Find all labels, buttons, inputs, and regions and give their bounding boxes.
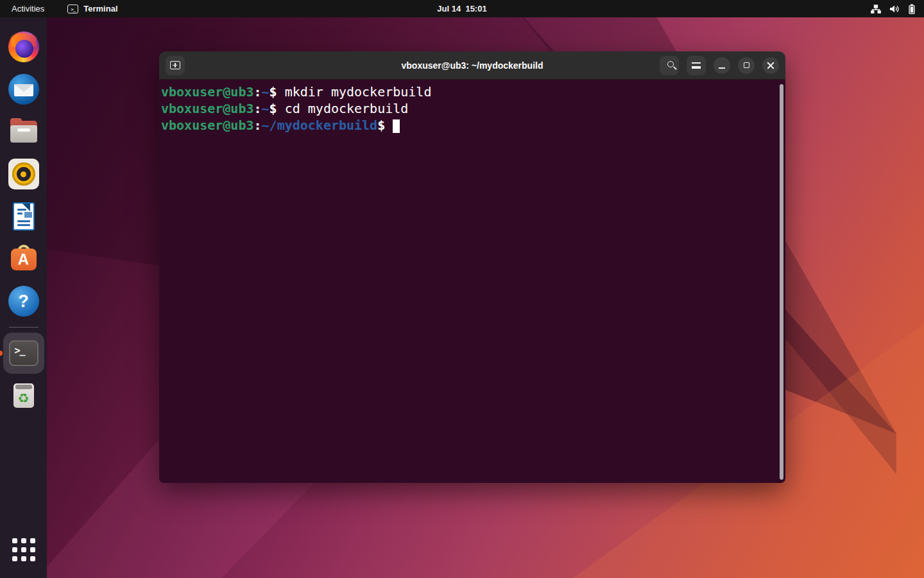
prompt-user-host: vboxuser@ub3 xyxy=(161,84,254,100)
volume-icon xyxy=(889,4,900,13)
dock: A ? >_ ♻ xyxy=(0,17,47,578)
show-applications-icon xyxy=(12,538,35,561)
terminal-line: vboxuser@ub3:~$mkdir mydockerbuild xyxy=(161,83,776,100)
minimize-button[interactable] xyxy=(714,57,730,74)
hamburger-menu-icon xyxy=(692,62,701,69)
command-text: cd mydockerbuild xyxy=(285,101,409,116)
dock-item-firefox[interactable] xyxy=(3,26,44,67)
show-applications-button[interactable] xyxy=(3,529,44,570)
prompt-path: ~ xyxy=(262,101,270,116)
search-button[interactable] xyxy=(660,56,679,75)
thunderbird-icon xyxy=(8,74,39,105)
activities-button[interactable]: Activities xyxy=(12,4,44,13)
focused-app-name: Terminal xyxy=(83,4,117,13)
close-button[interactable] xyxy=(762,57,779,74)
terminal-line: vboxuser@ub3:~$cd mydockerbuild xyxy=(161,100,776,117)
prompt-user-host: vboxuser@ub3 xyxy=(161,118,254,133)
system-status-area[interactable] xyxy=(871,4,924,14)
window-title: vboxuser@ub3: ~/mydockerbuild xyxy=(402,60,543,71)
running-indicator-dot xyxy=(0,351,3,356)
maximize-button[interactable] xyxy=(738,57,755,74)
files-icon xyxy=(8,116,39,147)
terminal-icon: >_ xyxy=(9,340,38,366)
top-bar: Activities >_ Terminal Jul 14 15:01 xyxy=(0,0,924,17)
help-icon: ? xyxy=(8,286,39,317)
close-icon xyxy=(767,62,774,69)
dock-item-ubuntu-software[interactable]: A xyxy=(3,238,44,279)
terminal-cursor xyxy=(393,119,400,133)
firefox-icon xyxy=(8,31,39,62)
terminal-viewport[interactable]: vboxuser@ub3:~$mkdir mydockerbuild vboxu… xyxy=(159,80,785,483)
dock-item-trash[interactable]: ♻ xyxy=(3,375,44,416)
dock-item-terminal[interactable]: >_ xyxy=(3,333,44,374)
libreoffice-writer-icon xyxy=(8,201,39,232)
terminal-line: vboxuser@ub3:~/mydockerbuild$ xyxy=(161,117,776,134)
prompt-user-host: vboxuser@ub3 xyxy=(161,101,254,116)
dock-divider xyxy=(9,327,38,328)
trash-icon: ♻ xyxy=(8,380,39,411)
prompt-path: ~/mydockerbuild xyxy=(262,118,378,133)
new-tab-icon xyxy=(170,61,180,69)
clock-button[interactable]: Jul 14 15:01 xyxy=(437,4,486,13)
ubuntu-software-icon: A xyxy=(8,243,39,274)
terminal-app-icon: >_ xyxy=(67,4,78,13)
new-tab-button[interactable] xyxy=(166,56,185,75)
terminal-scrollbar[interactable] xyxy=(780,84,783,480)
command-text: mkdir mydockerbuild xyxy=(285,84,432,100)
maximize-icon xyxy=(744,62,749,68)
minimize-icon xyxy=(719,67,725,69)
dock-item-files[interactable] xyxy=(3,111,44,152)
terminal-window: vboxuser@ub3: ~/mydockerbuild vboxuser@u… xyxy=(159,51,785,483)
focused-app-menu[interactable]: >_ Terminal xyxy=(67,4,117,13)
terminal-header-bar[interactable]: vboxuser@ub3: ~/mydockerbuild xyxy=(159,51,785,80)
dock-item-libreoffice-writer[interactable] xyxy=(3,196,44,237)
dock-item-help[interactable]: ? xyxy=(3,281,44,322)
dock-item-rhythmbox[interactable] xyxy=(3,153,44,195)
dock-item-thunderbird[interactable] xyxy=(3,69,44,110)
battery-icon xyxy=(909,4,915,14)
network-icon xyxy=(871,4,881,13)
prompt-path: ~ xyxy=(262,84,270,100)
search-icon xyxy=(667,61,674,67)
menu-button[interactable] xyxy=(687,56,706,75)
rhythmbox-icon xyxy=(8,159,39,189)
